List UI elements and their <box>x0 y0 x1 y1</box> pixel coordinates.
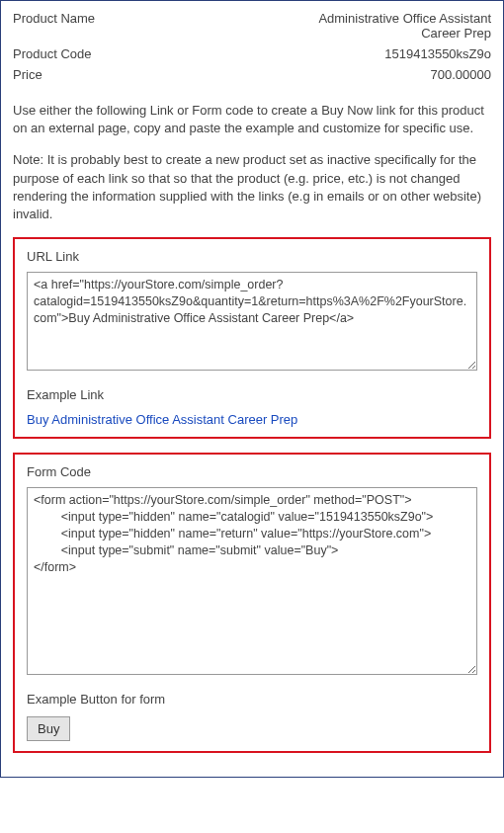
form-example-label: Example Button for form <box>27 692 477 707</box>
product-name-row: Product Name Administrative Office Assis… <box>13 11 491 41</box>
product-code-label: Product Code <box>13 46 92 61</box>
product-code-value: 1519413550ksZ9o <box>384 46 491 61</box>
product-link-panel: Product Name Administrative Office Assis… <box>0 0 504 778</box>
instruction-paragraph-2: Note: It is probably best to create a ne… <box>13 151 491 223</box>
product-info-section: Product Name Administrative Office Assis… <box>13 11 491 82</box>
form-code-section: Form Code Example Button for form Buy <box>13 453 491 753</box>
url-example-label: Example Link <box>27 387 477 402</box>
url-example-link[interactable]: Buy Administrative Office Assistant Care… <box>27 412 297 427</box>
buy-button[interactable]: Buy <box>27 716 70 741</box>
product-price-value: 700.00000 <box>431 67 491 82</box>
product-name-label: Product Name <box>13 11 95 26</box>
form-code-title: Form Code <box>27 464 477 479</box>
product-price-row: Price 700.00000 <box>13 67 491 82</box>
product-name-value: Administrative Office Assistant Career P… <box>294 11 491 41</box>
instruction-paragraph-1: Use either the following Link or Form co… <box>13 102 491 137</box>
url-link-title: URL Link <box>27 249 477 264</box>
url-link-section: URL Link Example Link Buy Administrative… <box>13 237 491 439</box>
product-code-row: Product Code 1519413550ksZ9o <box>13 46 491 61</box>
product-price-label: Price <box>13 67 42 82</box>
form-code-textarea[interactable] <box>27 487 477 675</box>
url-link-textarea[interactable] <box>27 272 477 371</box>
